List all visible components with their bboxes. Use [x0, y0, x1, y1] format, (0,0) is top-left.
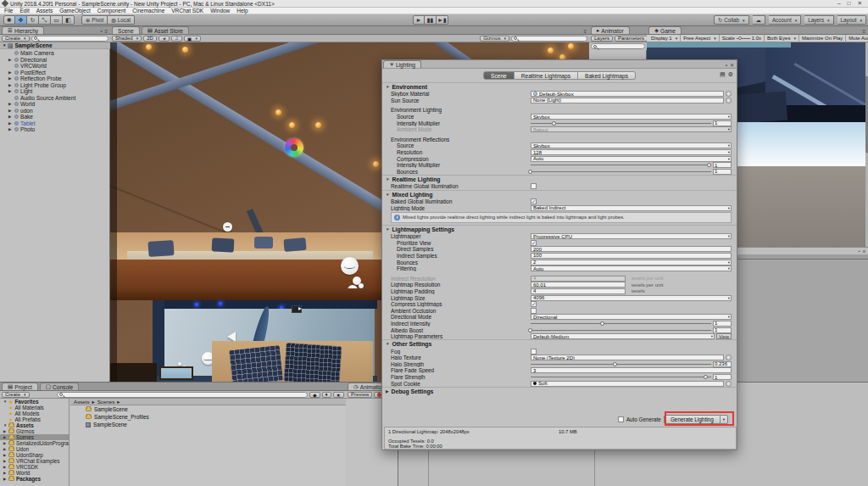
object-field[interactable]: Soft — [531, 381, 724, 387]
dropdown-field[interactable]: 128▾ — [531, 149, 732, 155]
menu-item-cinemachine[interactable]: Cinemachine — [132, 8, 164, 14]
tree-packages[interactable]: ▶Packages — [0, 476, 69, 482]
object-picker-icon[interactable] — [726, 98, 732, 103]
slider-value-field[interactable]: 0.236 — [713, 361, 732, 367]
slider-thumb[interactable] — [704, 375, 708, 379]
slider-value-field[interactable]: 1 — [713, 374, 732, 380]
checkbox[interactable]: ✓ — [531, 301, 537, 307]
checkbox[interactable]: ✓ — [531, 240, 537, 246]
scale-slider[interactable]: Scale1.0x — [720, 35, 765, 42]
expand-arrow-icon[interactable]: ▶ — [3, 441, 7, 445]
scale-slider-track[interactable] — [737, 38, 750, 39]
expand-arrow-icon[interactable]: ▶ — [8, 70, 13, 75]
expand-arrow-icon[interactable]: ▶ — [8, 109, 13, 113]
view-button[interactable]: View — [716, 333, 732, 339]
animator-search-input[interactable] — [598, 44, 643, 49]
layout-dropdown[interactable]: Layout▾ — [837, 15, 866, 25]
generate-lighting-button[interactable]: Generate Lighting ▾ — [664, 415, 728, 424]
lock-icon[interactable]: ▪ — [726, 63, 727, 68]
pause-button[interactable]: ▮▮ — [425, 15, 437, 25]
hierarchy-item[interactable]: ▶Light — [0, 88, 110, 95]
tab-game[interactable]: ◈Game — [648, 26, 682, 34]
lamp-light[interactable] — [146, 44, 152, 50]
section-header[interactable]: ▼Environment — [382, 82, 737, 91]
slider-thumb[interactable] — [600, 321, 604, 326]
tab-scene[interactable]: Scene — [112, 26, 140, 34]
dot-gizmo-icon[interactable] — [178, 362, 181, 366]
scene-search-input[interactable] — [519, 36, 585, 41]
expand-arrow-icon[interactable]: ▶ — [8, 76, 13, 81]
expand-arrow-icon[interactable]: ▶ — [3, 465, 7, 469]
panel-menu-icon[interactable]: ≡ — [862, 29, 865, 34]
hierarchy-item[interactable]: Main Camera — [0, 50, 110, 57]
tree-favorite-item[interactable]: ★All Materials — [0, 405, 69, 411]
slider-value-field[interactable]: 1 — [713, 162, 732, 168]
dropdown-field[interactable]: Skybox▾ — [531, 142, 732, 148]
animation-preview-button[interactable]: Preview — [348, 392, 372, 398]
panel-menu-icon[interactable]: ≡ — [583, 29, 587, 34]
project-search[interactable] — [57, 392, 308, 398]
play-button[interactable]: ► — [413, 15, 425, 25]
tree-folder-serializedudonprograms[interactable]: ▶SerializedUdonPrograms — [0, 440, 69, 446]
hierarchy-item[interactable]: ▶udon — [0, 108, 110, 115]
maximize-icon[interactable]: □ — [848, 0, 851, 7]
hierarchy-item[interactable]: VRCWorld — [0, 63, 110, 70]
text-field[interactable]: 4 — [531, 288, 626, 294]
menu-item-gameobject[interactable]: GameObject — [59, 8, 91, 14]
tab-console[interactable]: ▢Console — [40, 383, 79, 390]
rect-tool-icon[interactable]: ▭ — [51, 15, 63, 25]
tree-folder-gizmos[interactable]: ▶Gizmos — [0, 428, 69, 434]
expand-arrow-icon[interactable]: ▶ — [3, 471, 7, 475]
hierarchy-item[interactable]: Audio Source Ambient — [0, 95, 110, 102]
draw-mode-dropdown[interactable]: Shaded▾ — [112, 36, 142, 42]
gizmos-dropdown[interactable]: Gizmos▾ — [480, 36, 509, 42]
slider-track[interactable] — [531, 120, 711, 126]
collapse-arrow-icon[interactable]: ▼ — [3, 43, 6, 47]
tree-folder-vrcsdk[interactable]: ▶VRCSDK — [0, 464, 69, 470]
scale-tool-icon[interactable]: ⤡ — [39, 15, 51, 25]
vr-eyes-dropdown[interactable]: Both Eyes▾ — [765, 35, 799, 42]
dropdown-field[interactable]: Baked Indirect▾ — [531, 205, 732, 211]
transform-tool-icon[interactable]: ◧ — [63, 15, 75, 25]
tree-favorite-item[interactable]: ★All Prefabs — [0, 416, 69, 422]
expand-arrow-icon[interactable]: ▶ — [3, 477, 7, 481]
hand-tool-icon[interactable]: ✱ — [3, 15, 15, 25]
menu-item-assets[interactable]: Assets — [36, 8, 53, 14]
expand-arrow-icon[interactable]: ▼ — [3, 423, 7, 427]
slider-track[interactable] — [531, 169, 711, 175]
text-field[interactable]: 200 — [531, 246, 732, 252]
tree-favorite-item[interactable]: ★All Models — [0, 411, 69, 416]
hierarchy-item[interactable]: ▶Bake — [0, 114, 110, 120]
tab-asset-store[interactable]: ▤Asset Store — [142, 26, 189, 34]
hierarchy-search[interactable] — [31, 36, 108, 42]
lamp-light[interactable] — [275, 109, 281, 115]
scene-root-row[interactable]: ▼ SampleScene — [0, 42, 110, 49]
checkbox[interactable] — [531, 308, 537, 314]
lamp-light[interactable] — [182, 47, 188, 53]
lighting-tab-baked-lightmaps[interactable]: Baked Lightmaps — [578, 71, 636, 80]
slider-track[interactable] — [531, 321, 711, 327]
object-field[interactable]: None (Texture 2D) — [531, 355, 724, 360]
object-picker-icon[interactable] — [726, 355, 732, 360]
expand-arrow-icon[interactable]: ▶ — [3, 453, 7, 457]
help-book-icon[interactable]: ▤ — [720, 71, 726, 78]
section-header[interactable]: ▼Mixed Lighting — [382, 190, 737, 198]
project-search-input[interactable] — [64, 392, 305, 397]
tree-folder-udon[interactable]: ▶Udon — [0, 446, 69, 452]
rotate-tool-icon[interactable]: ↻ — [27, 15, 39, 25]
expand-arrow-icon[interactable]: ▶ — [8, 115, 13, 119]
slider-value-field[interactable]: 1 — [713, 120, 732, 126]
expand-arrow-icon[interactable]: ▶ — [3, 447, 7, 451]
effects-dropdown[interactable]: ▣▾ — [184, 36, 201, 42]
tab-hierarchy[interactable]: ☰Hierarchy — [2, 26, 44, 34]
tree-folder-udonsharp[interactable]: ▶UdonSharp — [0, 452, 69, 458]
dropdown-field[interactable]: Skybox▾ — [531, 114, 732, 120]
section-header[interactable]: ▼Realtime Lighting — [382, 175, 737, 183]
lamp-light[interactable] — [568, 43, 574, 49]
close-icon[interactable]: ✕ — [858, 0, 862, 7]
dropdown-field[interactable]: Default-Medium▾ — [531, 333, 715, 339]
panel-menu-icon[interactable]: ≡ — [863, 249, 865, 254]
cloud-button[interactable]: ☁ — [753, 15, 765, 25]
slider-track[interactable] — [531, 162, 711, 168]
expand-arrow-icon[interactable]: ▶ — [8, 58, 13, 62]
